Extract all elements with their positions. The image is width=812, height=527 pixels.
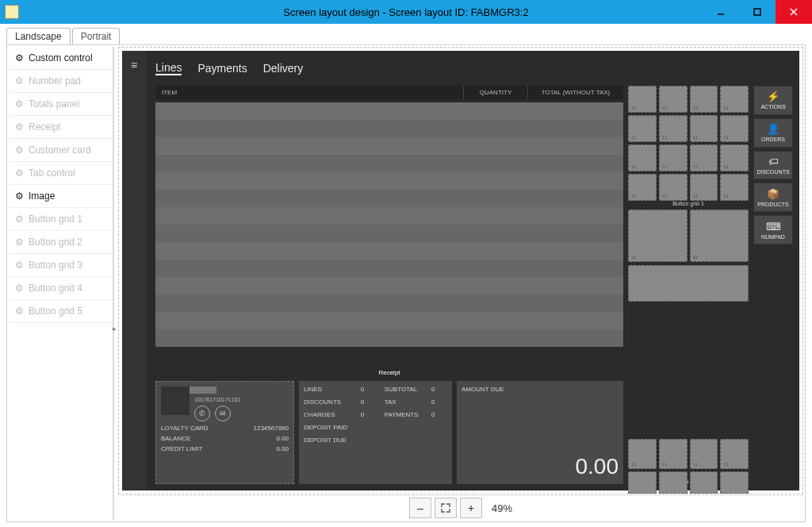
toolbox-item[interactable]: ⚙Totals panel — [9, 93, 113, 116]
amount-due-panel[interactable]: AMOUNT DUE 0.00 — [457, 381, 623, 484]
table-row — [155, 294, 623, 312]
zoom-value: 49% — [492, 502, 512, 514]
gear-icon: ⚙ — [15, 144, 24, 156]
toolbox-item-label: Button grid 3 — [29, 260, 82, 271]
credit-value: 0.00 — [276, 445, 289, 452]
button-grid-1[interactable]: 11111111 11111111 11111111 11111111 Butt… — [628, 86, 749, 206]
mail-icon[interactable]: ✉ — [215, 406, 231, 421]
button-grid-3[interactable] — [628, 265, 749, 302]
products-icon: 📦 — [767, 188, 779, 200]
lines-label: LINES — [304, 386, 353, 397]
toolbox-item-label: Receipt — [29, 121, 61, 133]
toolbox-item-label: Totals panel — [29, 98, 79, 110]
action-label: DISCOUNTS — [756, 169, 789, 175]
action-orders[interactable]: 👤ORDERS — [753, 118, 793, 148]
toolbox-item-label: Button grid 2 — [29, 237, 82, 248]
toolbox-item[interactable]: ⚙Button grid 3 — [9, 254, 113, 277]
table-row — [155, 102, 623, 120]
menu-icon[interactable]: ≡ — [131, 59, 137, 490]
app-icon — [5, 5, 19, 19]
table-row — [155, 277, 623, 294]
button-grid-2[interactable]: 2222 — [628, 210, 749, 262]
toolbox-item[interactable]: ⚙Button grid 5 — [9, 300, 113, 323]
gear-icon: ⚙ — [15, 283, 24, 294]
toolbox-item-label: Image — [29, 190, 55, 202]
toolbox-item-label: Button grid 4 — [29, 283, 82, 294]
zoom-fit-button[interactable] — [435, 498, 457, 518]
action-label: ACTIONS — [760, 104, 785, 110]
toolbox-item[interactable]: ⚙Tab control — [9, 162, 113, 185]
action-discounts[interactable]: 🏷DISCOUNTS — [753, 151, 793, 180]
discounts-value: 0 — [361, 398, 377, 410]
gear-icon: ⚙ — [15, 52, 24, 63]
zoom-out-button[interactable]: – — [409, 498, 431, 518]
toolbox-item-label: Number pad — [29, 75, 81, 87]
toolbox-item[interactable]: ⚙Button grid 4 — [9, 277, 113, 300]
col-total: TOTAL (WITHOUT TAX) — [528, 86, 623, 99]
toolbox-item[interactable]: ⚙Button grid 2 — [9, 231, 113, 254]
payments-label: PAYMENTS — [385, 411, 423, 422]
gear-icon: ⚙ — [15, 190, 24, 202]
maximize-button[interactable] — [739, 0, 776, 24]
col-quantity: QUANTITY — [463, 86, 528, 99]
zoom-bar: – + 49% — [118, 495, 803, 520]
payments-value: 0 — [431, 411, 447, 422]
toolbox-item[interactable]: ⚙Number pad — [9, 70, 113, 93]
table-row — [155, 172, 623, 190]
table-row — [155, 120, 623, 137]
tab-portrait[interactable]: Portrait — [72, 28, 121, 44]
action-actions[interactable]: ⚡ACTIONS — [753, 86, 793, 115]
button-grid-1-label: Button grid 1 — [628, 201, 749, 206]
toolbox-item[interactable]: ⚙Receipt — [9, 116, 113, 139]
charges-label: CHARGES — [304, 411, 353, 422]
table-row — [155, 329, 623, 347]
minimize-button[interactable] — [703, 0, 739, 24]
action-numpad[interactable]: ⌨NUMPAD — [753, 215, 793, 244]
table-row — [155, 225, 623, 242]
tab-landscape[interactable]: Landscape — [6, 28, 71, 44]
close-button[interactable] — [776, 0, 812, 24]
button-grid-5[interactable]: 11111111 11111111 11111111 Button grid 5 — [628, 439, 749, 484]
svg-rect-1 — [754, 9, 760, 15]
table-row — [155, 207, 623, 225]
window-title: Screen layout design - Screen layout ID:… — [0, 6, 812, 18]
action-bar: ⚡ACTIONS👤ORDERS🏷DISCOUNTS📦PRODUCTS⌨NUMPA… — [753, 86, 793, 244]
discounts-icon: 🏷 — [768, 156, 779, 167]
zoom-in-button[interactable]: + — [460, 498, 482, 518]
pos-tab-lines[interactable]: Lines — [155, 61, 182, 75]
loyalty-value: 1234567890 — [254, 425, 289, 432]
toolbox-splitter[interactable] — [113, 47, 118, 520]
phone-icon[interactable]: ✆ — [194, 406, 210, 421]
toolbox-item[interactable]: ⚙Button grid 1 — [9, 208, 113, 231]
toolbox-item-label: Custom control — [29, 52, 93, 63]
pos-tab-payments[interactable]: Payments — [197, 62, 247, 75]
receipt-header: ITEM QUANTITY TOTAL (WITHOUT TAX) — [155, 86, 623, 99]
button-grids-column: 11111111 11111111 11111111 11111111 Butt… — [628, 86, 749, 484]
amount-due-label: AMOUNT DUE — [462, 386, 504, 397]
receipt-panel[interactable]: ITEM QUANTITY TOTAL (WITHOUT TAX) — [155, 86, 623, 376]
toolbox-expand-icon[interactable]: ▸ — [113, 325, 117, 333]
subtotal-label: SUBTOTAL — [385, 386, 423, 397]
toolbox-item[interactable]: ⚙Image — [9, 185, 113, 208]
depositdue-label: DEPOSIT DUE — [304, 437, 353, 448]
subtotal-value: 0 — [431, 386, 447, 397]
totals-panel[interactable]: LINES0 SUBTOTAL0 DISCOUNTS0 TAX0 CHARGES… — [299, 381, 452, 484]
toolbox-item-label: Tab control — [29, 167, 75, 179]
action-label: NUMPAD — [761, 234, 785, 240]
customer-card[interactable]: 101781710171101 ✆ ✉ LOYALTY CARD12345678… — [155, 381, 294, 484]
table-row — [155, 242, 623, 260]
charges-value: 0 — [361, 411, 377, 422]
pos-tabstrip: Lines Payments Delivery — [155, 57, 793, 79]
pos-canvas[interactable]: ≡ Lines Payments Delivery — [122, 51, 799, 490]
action-label: ORDERS — [761, 137, 785, 142]
gear-icon: ⚙ — [15, 75, 24, 87]
design-canvas-wrapper: ≡ Lines Payments Delivery — [118, 47, 803, 494]
action-products[interactable]: 📦PRODUCTS — [753, 183, 793, 212]
gear-icon: ⚙ — [15, 260, 24, 271]
toolbox-item[interactable]: ⚙Customer card — [9, 139, 113, 162]
col-item: ITEM — [155, 86, 463, 99]
pos-tab-delivery[interactable]: Delivery — [263, 62, 304, 75]
pos-main: Lines Payments Delivery ITEM QUANTITY — [155, 57, 793, 484]
toolbox-item[interactable]: ⚙Custom control — [9, 47, 113, 70]
balance-value: 0.00 — [276, 435, 289, 442]
